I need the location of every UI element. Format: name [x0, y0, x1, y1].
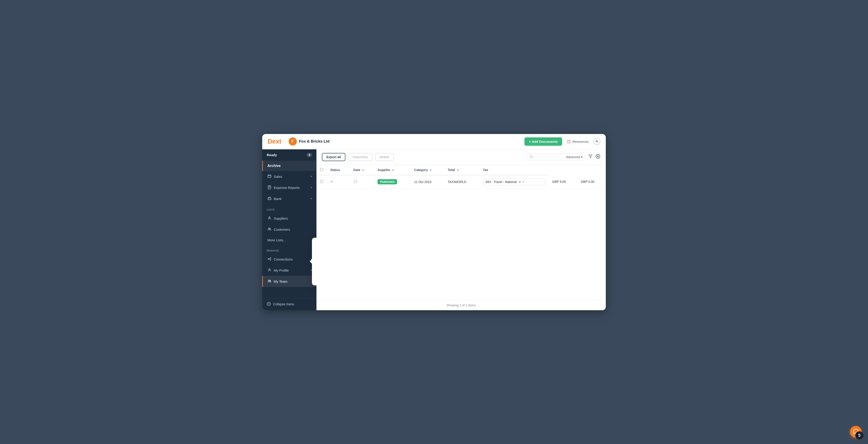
add-documents-button[interactable]: + Add Documents [524, 137, 562, 146]
svg-rect-1 [268, 175, 271, 178]
ready-badge: 0 [307, 153, 312, 157]
svg-point-12 [269, 228, 270, 229]
date-cell: 11 Oct 2023 [410, 175, 444, 189]
step-indicator: 5 [855, 431, 864, 440]
status-badge-cell: Published [374, 175, 410, 189]
svg-point-23 [530, 155, 532, 157]
advanced-chevron-icon: ▾ [581, 155, 583, 159]
svg-line-24 [532, 157, 533, 158]
export-all-button[interactable]: Export all [322, 153, 345, 161]
bank-icon [268, 196, 272, 201]
sidebar-item-bank[interactable]: Bank ▾ [262, 193, 316, 204]
suppliers-icon [268, 216, 272, 221]
sidebar-item-connections[interactable]: Connections ▾ [262, 254, 316, 265]
tooltip-popup: You can add team members to collaborate … [312, 238, 316, 285]
search-box[interactable]: Advanced ▾ [526, 153, 585, 161]
expense-reports-chevron: ▾ [311, 186, 312, 189]
expense-reports-icon [268, 185, 272, 190]
svg-point-20 [269, 280, 270, 281]
sidebar-item-more-lists[interactable]: More Lists... [262, 235, 316, 245]
select-all-checkbox[interactable] [320, 168, 323, 171]
category-cell[interactable]: 493 - Travel - National ⊞ ▾ [479, 175, 549, 189]
top-header: Dext F Fox & Bricks Ltd + Add Documents … [262, 134, 606, 149]
my-profile-icon [268, 268, 272, 273]
svg-point-11 [269, 217, 270, 218]
svg-point-16 [270, 260, 271, 260]
th-date[interactable]: Date ⇅ [350, 165, 374, 175]
resources-button[interactable]: 📋 Resources [567, 139, 589, 144]
sidebar-item-ready[interactable]: Ready 0 [262, 149, 316, 161]
svg-point-13 [270, 228, 271, 229]
sales-chevron: ▾ [311, 175, 312, 178]
collapse-icon [267, 302, 271, 307]
th-total[interactable]: Total ⇅ [444, 165, 479, 175]
svg-point-22 [267, 302, 271, 306]
sidebar-item-suppliers[interactable]: Suppliers [262, 213, 316, 224]
th-tax: Tax [479, 165, 549, 175]
svg-line-18 [269, 259, 270, 260]
total-sort-icon: ⇅ [457, 169, 459, 171]
company-name: Fox & Bricks Ltd [299, 139, 330, 144]
sidebar-item-sales[interactable]: Sales ▾ [262, 171, 316, 182]
sales-icon [268, 174, 272, 179]
resources-icon: 📋 [567, 139, 571, 144]
sidebar-item-archive[interactable]: Archive [262, 161, 316, 171]
svg-point-21 [270, 280, 271, 281]
manage-section-header: MANAGE [262, 245, 316, 254]
th-category[interactable]: Category ⇅ [410, 165, 444, 175]
lists-section-header: LISTS [262, 204, 316, 213]
svg-marker-25 [589, 155, 592, 158]
total-cell: GBP 9.00 [549, 175, 577, 189]
category-chevron-icon: ▾ [523, 180, 524, 183]
collapse-menu-button[interactable]: Collapse menu [262, 298, 316, 310]
sidebar-item-expense-reports[interactable]: Expense Reports ▾ [262, 182, 316, 193]
filter-button[interactable] [588, 154, 593, 160]
svg-point-19 [269, 269, 270, 270]
select-all-checkbox-header[interactable] [316, 165, 327, 175]
row-checkbox[interactable] [320, 180, 323, 183]
content-area: Export all Unarchive Delete Advanced [316, 149, 606, 310]
customers-icon [268, 227, 272, 232]
sidebar-item-my-profile[interactable]: My Profile ▾ [262, 265, 316, 276]
image-icon [353, 181, 358, 184]
main-layout: Ready 0 Archive Sales ▾ [262, 149, 606, 310]
search-icon [529, 155, 533, 159]
date-sort-icon: ⇅ [362, 169, 364, 171]
svg-point-0 [596, 140, 597, 141]
delete-button[interactable]: Delete [375, 153, 394, 161]
category-sort-icon: ⇅ [430, 169, 432, 171]
svg-point-15 [270, 258, 271, 258]
image-cell [350, 175, 374, 189]
content-footer: Showing 1 of 1 items [316, 300, 606, 310]
split-icon: ⊞ [519, 180, 521, 184]
showing-text: Showing 1 of 1 items [446, 304, 476, 307]
status-badge: Published [377, 179, 397, 184]
svg-line-17 [269, 258, 270, 259]
company-badge: F Fox & Bricks Ltd [289, 137, 330, 146]
flag-icon: ⚑ [330, 180, 333, 184]
supplier-cell: TAXIWORLD [444, 175, 479, 189]
unarchive-button[interactable]: Unarchive [348, 153, 373, 161]
company-avatar: F [289, 137, 297, 146]
settings-button[interactable] [595, 154, 600, 160]
documents-table: Status Date ⇅ Supplier ⇅ Categ [316, 165, 606, 189]
tax-cell: GBP 0.00 [577, 175, 606, 189]
th-supplier[interactable]: Supplier ⇅ [374, 165, 410, 175]
connections-icon [268, 257, 272, 262]
category-select[interactable]: 493 - Travel - National ⊞ ▾ [483, 179, 545, 185]
search-input[interactable] [535, 155, 564, 159]
status-cell: ⚑ [327, 175, 350, 189]
svg-point-26 [597, 156, 598, 157]
table-row: ⚑ Published [316, 175, 606, 189]
svg-rect-8 [268, 198, 271, 200]
row-checkbox-cell[interactable] [316, 175, 327, 189]
bank-chevron: ▾ [311, 197, 312, 200]
app-logo: Dext [268, 138, 281, 145]
sidebar-item-customers[interactable]: Customers [262, 224, 316, 235]
my-team-icon [268, 279, 272, 284]
user-profile-icon[interactable] [593, 138, 600, 145]
advanced-button[interactable]: Advanced ▾ [566, 155, 583, 159]
sidebar-item-my-team[interactable]: My Team [262, 276, 316, 287]
svg-point-28 [355, 181, 355, 181]
content-toolbar: Export all Unarchive Delete Advanced [316, 149, 606, 165]
